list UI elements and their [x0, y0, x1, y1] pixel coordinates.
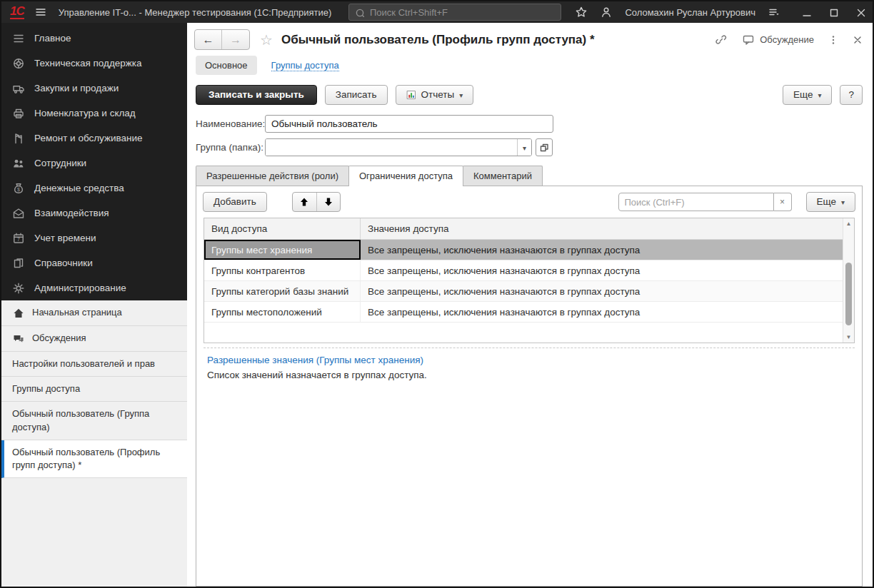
nav-access-groups-link[interactable]: Группы доступа	[271, 60, 339, 71]
more-button[interactable]: Еще	[783, 85, 833, 105]
add-button[interactable]: Добавить	[203, 192, 267, 212]
sidebar-sections: Главное Техническая поддержка Закупки и …	[1, 23, 187, 300]
table-row[interactable]: Группы мест хранения Все запрещены, искл…	[204, 240, 854, 260]
form-toolbar: Записать и закрыть Записать Отчеты Еще ?	[187, 81, 873, 112]
chevron-down-icon	[818, 89, 821, 101]
copy-link-button[interactable]	[715, 34, 728, 46]
close-form-button[interactable]	[853, 35, 863, 45]
chevron-down-icon	[459, 89, 463, 101]
group-input[interactable]	[266, 139, 517, 156]
sidebar-item-administration[interactable]: Администрирование	[1, 275, 187, 300]
home-icon	[12, 307, 25, 320]
save-button[interactable]: Записать	[325, 85, 388, 105]
more-menu-button[interactable]	[828, 35, 838, 45]
panel-toolbar: Добавить × Еще	[196, 186, 862, 218]
table-row[interactable]: Группы контрагентов Все запрещены, исклю…	[204, 260, 854, 281]
access-restrictions-panel: Добавить × Еще	[196, 186, 863, 587]
svg-text:$: $	[17, 186, 20, 191]
gear-icon	[12, 282, 25, 295]
clear-search-button[interactable]: ×	[774, 193, 792, 211]
window-tab-access-group[interactable]: Обычный пользователь (Группа доступа)	[1, 402, 187, 440]
current-user-name: Соломахин Руслан Артурович	[625, 7, 755, 18]
sidebar-item-tech-support[interactable]: Техническая поддержка	[1, 51, 187, 76]
scroll-down-arrow[interactable]: ▼	[843, 332, 854, 343]
sidebar-item-time-tracking[interactable]: 7 Учет времени	[1, 225, 187, 250]
hamburger-icon	[34, 6, 47, 19]
back-button[interactable]: ←	[195, 30, 222, 49]
move-up-button[interactable]	[293, 193, 316, 211]
books-icon	[12, 257, 25, 270]
table-row[interactable]: Группы местоположений Все запрещены, иск…	[204, 302, 854, 323]
sidebar-item-employees[interactable]: Сотрудники	[1, 151, 187, 176]
sidebar-item-discussions[interactable]: Обсуждения	[1, 326, 187, 352]
open-in-window-icon	[539, 143, 549, 153]
global-search-input[interactable]	[368, 6, 556, 19]
nav-main-chip[interactable]: Основное	[196, 56, 257, 75]
column-header-values[interactable]: Значения доступа	[361, 218, 854, 239]
mail-icon	[12, 207, 25, 220]
sidebar-item-main[interactable]: Главное	[1, 26, 187, 51]
restrictions-table: Вид доступа Значения доступа Группы мест…	[204, 218, 855, 343]
app-title: Управление IT-о... - Менеджер тестирован…	[59, 7, 332, 18]
minimize-button[interactable]	[801, 7, 811, 17]
name-field-row: Наименование:	[187, 112, 873, 136]
link-icon	[715, 34, 728, 46]
minimize-icon	[801, 7, 811, 17]
column-header-kind[interactable]: Вид доступа	[204, 218, 361, 239]
discussion-button[interactable]: Обсуждение	[742, 34, 814, 46]
page-title: Обычный пользователь (Профиль групп дост…	[281, 33, 595, 47]
chevron-down-icon	[523, 142, 526, 153]
group-open-button[interactable]	[536, 138, 553, 156]
sidebar-item-user-settings[interactable]: Настройки пользователей и прав	[1, 352, 187, 377]
dashed-separator	[204, 348, 855, 348]
help-button[interactable]: ?	[840, 85, 863, 105]
global-search[interactable]	[348, 4, 561, 21]
flags-icon	[12, 132, 25, 145]
window-tab-profile[interactable]: Обычный пользователь (Профиль групп дост…	[1, 440, 187, 478]
sidebar-item-access-groups[interactable]: Группы доступа	[1, 377, 187, 402]
save-close-button[interactable]: Записать и закрыть	[196, 85, 317, 105]
titlebar: 1С Управление IT-о... - Менеджер тестиро…	[1, 1, 873, 23]
calendar-icon: 7	[12, 232, 25, 245]
name-label: Наименование:	[196, 118, 265, 129]
group-dropdown-button[interactable]	[517, 139, 531, 156]
panel-more-button[interactable]: Еще	[806, 192, 856, 212]
table-search-input[interactable]	[618, 193, 774, 211]
form-header: ← → ☆ Обычный пользователь (Профиль груп…	[187, 23, 873, 53]
tab-allowed-actions[interactable]: Разрешенные действия (роли)	[196, 166, 349, 186]
group-combo	[265, 138, 532, 156]
maximize-button[interactable]	[828, 7, 838, 17]
printer-icon	[12, 107, 25, 120]
sidebar-item-purchases-sales[interactable]: Закупки и продажи	[1, 76, 187, 101]
truck-icon	[12, 82, 25, 95]
user-button[interactable]	[600, 6, 613, 19]
scroll-up-arrow[interactable]: ▲	[843, 218, 854, 229]
forward-button[interactable]: →	[222, 30, 249, 49]
move-down-button[interactable]	[316, 193, 340, 211]
table-scrollbar[interactable]: ▲ ▼	[843, 218, 854, 343]
sidebar-item-interactions[interactable]: Взаимодействия	[1, 201, 187, 225]
favorite-star-icon[interactable]: ☆	[260, 33, 273, 47]
scrollbar-thumb[interactable]	[845, 263, 852, 325]
arrow-down-icon	[323, 197, 333, 207]
arrow-up-icon	[299, 197, 309, 207]
move-buttons	[292, 192, 341, 212]
name-input[interactable]	[265, 115, 553, 133]
sidebar-item-home-page[interactable]: Начальная страница	[1, 300, 187, 326]
star-icon	[575, 6, 588, 19]
allowed-values-link[interactable]: Разрешенные значения (Группы мест хранен…	[207, 355, 851, 365]
favorites-button[interactable]	[575, 6, 588, 19]
close-window-button[interactable]	[855, 7, 865, 17]
sidebar-item-repair-service[interactable]: Ремонт и обслуживание	[1, 126, 187, 151]
form-nav: Основное Группы доступа	[187, 53, 873, 81]
sidebar-item-nomenclature-warehouse[interactable]: Номенклатура и склад	[1, 101, 187, 126]
reports-button[interactable]: Отчеты	[396, 85, 474, 105]
main-menu-button[interactable]	[34, 6, 47, 19]
sidebar-item-money[interactable]: $ Денежные средства	[1, 176, 187, 201]
table-row[interactable]: Группы категорий базы знаний Все запреще…	[204, 281, 854, 302]
service-menu-button[interactable]	[768, 6, 780, 19]
sidebar-item-catalogs[interactable]: Справочники	[1, 250, 187, 275]
tab-access-restrictions[interactable]: Ограничения доступа	[348, 166, 463, 186]
tab-comment[interactable]: Комментарий	[463, 166, 543, 186]
discussion-icon	[742, 34, 755, 46]
